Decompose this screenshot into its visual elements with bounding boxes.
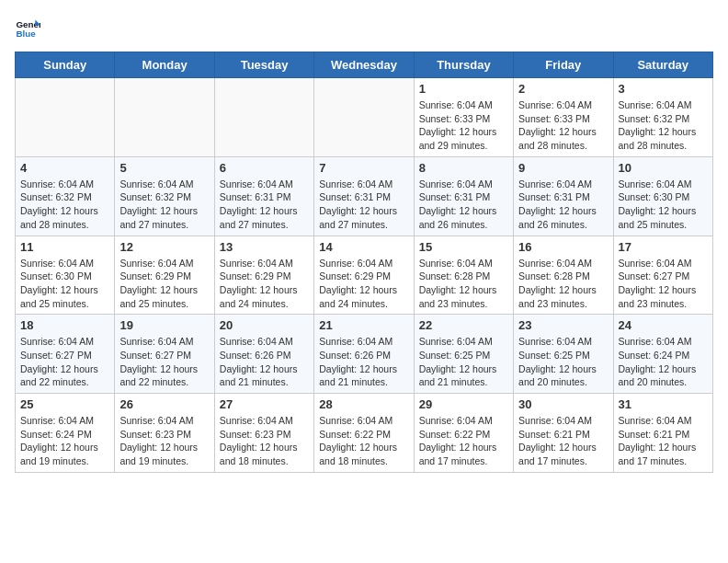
calendar-day-cell — [115, 78, 214, 157]
day-number: 22 — [419, 318, 508, 332]
calendar-day-cell: 13Sunrise: 6:04 AM Sunset: 6:29 PM Dayli… — [214, 236, 313, 315]
day-info: Sunrise: 6:04 AM Sunset: 6:21 PM Dayligh… — [619, 414, 708, 468]
day-info: Sunrise: 6:04 AM Sunset: 6:25 PM Dayligh… — [518, 335, 608, 389]
day-number: 21 — [319, 318, 408, 332]
calendar-day-cell: 27Sunrise: 6:04 AM Sunset: 6:23 PM Dayli… — [214, 394, 313, 473]
calendar-day-cell: 17Sunrise: 6:04 AM Sunset: 6:27 PM Dayli… — [613, 236, 712, 315]
day-info: Sunrise: 6:04 AM Sunset: 6:30 PM Dayligh… — [20, 257, 109, 311]
calendar-day-cell: 18Sunrise: 6:04 AM Sunset: 6:27 PM Dayli… — [16, 315, 115, 394]
calendar-day-cell: 7Sunrise: 6:04 AM Sunset: 6:31 PM Daylig… — [314, 156, 414, 236]
days-header-row: SundayMondayTuesdayWednesdayThursdayFrid… — [16, 52, 713, 78]
calendar-day-cell — [16, 78, 115, 157]
calendar-day-cell — [314, 78, 414, 157]
calendar-day-cell: 29Sunrise: 6:04 AM Sunset: 6:22 PM Dayli… — [414, 394, 513, 473]
calendar-day-cell: 21Sunrise: 6:04 AM Sunset: 6:26 PM Dayli… — [314, 315, 414, 394]
day-info: Sunrise: 6:04 AM Sunset: 6:32 PM Dayligh… — [619, 98, 708, 153]
calendar-day-cell: 31Sunrise: 6:04 AM Sunset: 6:21 PM Dayli… — [613, 394, 712, 473]
day-info: Sunrise: 6:04 AM Sunset: 6:24 PM Dayligh… — [619, 335, 708, 389]
day-number: 14 — [319, 240, 408, 254]
calendar-table: SundayMondayTuesdayWednesdayThursdayFrid… — [15, 52, 713, 473]
day-number: 5 — [119, 161, 209, 175]
page-header: General Blue — [15, 15, 713, 40]
calendar-day-cell: 19Sunrise: 6:04 AM Sunset: 6:27 PM Dayli… — [115, 315, 214, 394]
day-info: Sunrise: 6:04 AM Sunset: 6:25 PM Dayligh… — [419, 335, 508, 389]
day-info: Sunrise: 6:04 AM Sunset: 6:29 PM Dayligh… — [119, 257, 209, 311]
calendar-day-cell: 16Sunrise: 6:04 AM Sunset: 6:28 PM Dayli… — [514, 236, 613, 315]
calendar-day-cell: 2Sunrise: 6:04 AM Sunset: 6:33 PM Daylig… — [514, 78, 613, 157]
day-number: 19 — [119, 318, 209, 332]
day-number: 25 — [20, 397, 109, 411]
day-number: 12 — [119, 240, 209, 254]
day-info: Sunrise: 6:04 AM Sunset: 6:28 PM Dayligh… — [419, 257, 508, 311]
day-number: 30 — [518, 397, 608, 411]
day-number: 31 — [619, 397, 708, 411]
day-info: Sunrise: 6:04 AM Sunset: 6:29 PM Dayligh… — [319, 257, 408, 311]
calendar-day-cell: 26Sunrise: 6:04 AM Sunset: 6:23 PM Dayli… — [115, 394, 214, 473]
day-info: Sunrise: 6:04 AM Sunset: 6:23 PM Dayligh… — [220, 414, 309, 468]
calendar-day-cell — [214, 78, 313, 157]
day-number: 26 — [119, 397, 209, 411]
calendar-day-cell: 14Sunrise: 6:04 AM Sunset: 6:29 PM Dayli… — [314, 236, 414, 315]
day-info: Sunrise: 6:04 AM Sunset: 6:31 PM Dayligh… — [518, 178, 608, 232]
calendar-day-cell: 4Sunrise: 6:04 AM Sunset: 6:32 PM Daylig… — [16, 156, 115, 236]
day-number: 13 — [220, 240, 309, 254]
calendar-day-cell: 11Sunrise: 6:04 AM Sunset: 6:30 PM Dayli… — [16, 236, 115, 315]
day-number: 2 — [518, 82, 608, 96]
day-number: 9 — [518, 161, 608, 175]
day-info: Sunrise: 6:04 AM Sunset: 6:28 PM Dayligh… — [518, 257, 608, 311]
day-header-saturday: Saturday — [613, 52, 712, 78]
day-info: Sunrise: 6:04 AM Sunset: 6:29 PM Dayligh… — [220, 257, 309, 311]
calendar-week-row: 11Sunrise: 6:04 AM Sunset: 6:30 PM Dayli… — [16, 236, 713, 315]
day-number: 11 — [20, 240, 109, 254]
day-number: 4 — [20, 161, 109, 175]
calendar-day-cell: 8Sunrise: 6:04 AM Sunset: 6:31 PM Daylig… — [414, 156, 513, 236]
day-info: Sunrise: 6:04 AM Sunset: 6:33 PM Dayligh… — [518, 98, 608, 153]
day-info: Sunrise: 6:04 AM Sunset: 6:26 PM Dayligh… — [220, 335, 309, 389]
day-info: Sunrise: 6:04 AM Sunset: 6:24 PM Dayligh… — [20, 414, 109, 468]
calendar-day-cell: 6Sunrise: 6:04 AM Sunset: 6:31 PM Daylig… — [214, 156, 313, 236]
day-number: 27 — [220, 397, 309, 411]
day-number: 3 — [619, 82, 708, 96]
day-info: Sunrise: 6:04 AM Sunset: 6:32 PM Dayligh… — [20, 178, 109, 232]
calendar-week-row: 4Sunrise: 6:04 AM Sunset: 6:32 PM Daylig… — [16, 156, 713, 236]
day-header-tuesday: Tuesday — [214, 52, 313, 78]
day-info: Sunrise: 6:04 AM Sunset: 6:27 PM Dayligh… — [119, 335, 209, 389]
calendar-day-cell: 30Sunrise: 6:04 AM Sunset: 6:21 PM Dayli… — [514, 394, 613, 473]
day-info: Sunrise: 6:04 AM Sunset: 6:27 PM Dayligh… — [20, 335, 109, 389]
calendar-day-cell: 22Sunrise: 6:04 AM Sunset: 6:25 PM Dayli… — [414, 315, 513, 394]
calendar-week-row: 18Sunrise: 6:04 AM Sunset: 6:27 PM Dayli… — [16, 315, 713, 394]
day-number: 29 — [419, 397, 508, 411]
svg-text:Blue: Blue — [16, 29, 36, 39]
calendar-day-cell: 9Sunrise: 6:04 AM Sunset: 6:31 PM Daylig… — [514, 156, 613, 236]
day-info: Sunrise: 6:04 AM Sunset: 6:30 PM Dayligh… — [619, 178, 708, 232]
calendar-week-row: 1Sunrise: 6:04 AM Sunset: 6:33 PM Daylig… — [16, 78, 713, 157]
day-number: 15 — [419, 240, 508, 254]
logo-icon: General Blue — [15, 15, 40, 40]
day-number: 28 — [319, 397, 408, 411]
day-header-wednesday: Wednesday — [314, 52, 414, 78]
day-info: Sunrise: 6:04 AM Sunset: 6:26 PM Dayligh… — [319, 335, 408, 389]
day-info: Sunrise: 6:04 AM Sunset: 6:33 PM Dayligh… — [419, 98, 508, 153]
day-info: Sunrise: 6:04 AM Sunset: 6:22 PM Dayligh… — [319, 414, 408, 468]
day-number: 8 — [419, 161, 508, 175]
calendar-day-cell: 5Sunrise: 6:04 AM Sunset: 6:32 PM Daylig… — [115, 156, 214, 236]
day-number: 1 — [419, 82, 508, 96]
logo: General Blue — [15, 15, 44, 40]
day-number: 7 — [319, 161, 408, 175]
day-info: Sunrise: 6:04 AM Sunset: 6:22 PM Dayligh… — [419, 414, 508, 468]
day-number: 17 — [619, 240, 708, 254]
day-number: 10 — [619, 161, 708, 175]
day-number: 24 — [619, 318, 708, 332]
day-info: Sunrise: 6:04 AM Sunset: 6:31 PM Dayligh… — [220, 178, 309, 232]
calendar-day-cell: 10Sunrise: 6:04 AM Sunset: 6:30 PM Dayli… — [613, 156, 712, 236]
calendar-day-cell: 3Sunrise: 6:04 AM Sunset: 6:32 PM Daylig… — [613, 78, 712, 157]
day-info: Sunrise: 6:04 AM Sunset: 6:23 PM Dayligh… — [119, 414, 209, 468]
day-number: 6 — [220, 161, 309, 175]
day-number: 16 — [518, 240, 608, 254]
calendar-day-cell: 28Sunrise: 6:04 AM Sunset: 6:22 PM Dayli… — [314, 394, 414, 473]
calendar-day-cell: 20Sunrise: 6:04 AM Sunset: 6:26 PM Dayli… — [214, 315, 313, 394]
day-header-thursday: Thursday — [414, 52, 513, 78]
day-header-monday: Monday — [115, 52, 214, 78]
calendar-day-cell: 24Sunrise: 6:04 AM Sunset: 6:24 PM Dayli… — [613, 315, 712, 394]
day-header-sunday: Sunday — [16, 52, 115, 78]
